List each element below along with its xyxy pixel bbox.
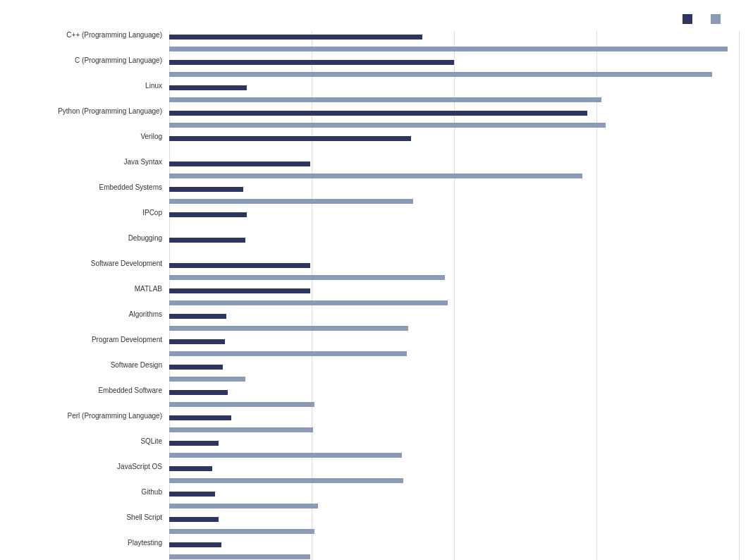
bar-label: JavaScript OS: [14, 463, 162, 471]
nvidia-bar: [169, 529, 314, 534]
nvidia-bar-row: [169, 94, 739, 105]
bar-label: Algorithms: [14, 310, 162, 319]
bar-row-pair: Software Development: [169, 260, 739, 283]
nvidia-bar-row: [169, 373, 739, 384]
amd-bar-row: [169, 31, 739, 42]
bar-label: Github: [14, 488, 162, 497]
amd-bar-row: [169, 158, 739, 169]
bar-label: Perl (Programming Language): [14, 412, 162, 420]
amd-bar-row: [169, 513, 739, 525]
amd-bar-row: [169, 539, 739, 550]
bar-row-pair: Embedded Systems: [169, 183, 739, 207]
nvidia-bar: [169, 199, 413, 204]
amd-bar-row: [169, 488, 739, 499]
amd-bar: [169, 111, 587, 116]
bar-row-pair: Software Design: [169, 361, 739, 384]
amd-bar: [169, 365, 223, 370]
amd-bar: [169, 339, 225, 344]
bar-label: Software Design: [14, 361, 162, 370]
amd-bar: [169, 466, 212, 471]
nvidia-bar-row: [169, 449, 739, 461]
nvidia-bar: [169, 478, 403, 483]
nvidia-bar: [169, 72, 712, 77]
bar-label: Program Development: [14, 336, 162, 344]
bar-row-pair: Java Syntax: [169, 158, 739, 181]
amd-bar: [169, 187, 243, 192]
bar-label: Playtesting: [14, 539, 162, 547]
nvidia-bar-row: [169, 297, 739, 308]
bar-row-pair: MATLAB: [169, 285, 739, 308]
amd-bar-row: [169, 107, 739, 118]
bar-row-pair: Github: [169, 488, 739, 511]
amd-bar-row: [169, 56, 739, 68]
bar-row-pair: C (Programming Language): [169, 56, 739, 80]
bar-label: Debugging: [14, 234, 162, 243]
bar-label: Shell Script: [14, 513, 162, 522]
amd-bar-row: [169, 437, 739, 449]
nvidia-bar-row: [169, 551, 739, 560]
bar-row-pair: Verilog: [169, 133, 739, 156]
nvidia-bar: [169, 554, 310, 559]
amd-bar-row: [169, 234, 739, 245]
amd-bar: [169, 85, 247, 90]
legend-nvidia: [711, 14, 725, 24]
grid-line: [739, 31, 740, 560]
nvidia-bar: [169, 402, 314, 407]
bar-row-pair: Embedded Software: [169, 386, 739, 410]
amd-bar-row: [169, 310, 739, 322]
bar-row-pair: SQLite: [169, 437, 739, 461]
nvidia-bar: [169, 326, 408, 331]
legend: [169, 14, 739, 24]
bar-label: Verilog: [14, 133, 162, 141]
nvidia-bar: [169, 47, 728, 51]
amd-bar: [169, 517, 219, 522]
nvidia-bar-row: [169, 195, 739, 207]
amd-bar: [169, 136, 411, 141]
nvidia-bar: [169, 453, 402, 458]
bar-row-pair: IPCop: [169, 209, 739, 232]
nvidia-bar: [169, 351, 407, 356]
bar-label: Embedded Software: [14, 386, 162, 395]
amd-bar-row: [169, 209, 739, 220]
nvidia-bar-row: [169, 398, 739, 410]
bar-row-pair: Perl (Programming Language): [169, 412, 739, 435]
amd-bar-row: [169, 336, 739, 347]
nvidia-bar-row: [169, 246, 739, 257]
bar-label: Python (Programming Language): [14, 107, 162, 116]
amd-bar: [169, 263, 310, 268]
bar-row-pair: Debugging: [169, 234, 739, 257]
bar-label: C (Programming Language): [14, 56, 162, 65]
amd-bar-row: [169, 260, 739, 271]
nvidia-bar-row: [169, 348, 739, 359]
amd-bar: [169, 441, 219, 446]
bar-label: C++ (Programming Language): [14, 31, 162, 39]
nvidia-bar-row: [169, 68, 739, 80]
amd-bar: [169, 314, 226, 319]
bar-label: SQLite: [14, 437, 162, 446]
nvidia-bar-row: [169, 525, 739, 537]
bar-row-pair: Python (Programming Language): [169, 107, 739, 130]
nvidia-bar: [169, 300, 448, 305]
nvidia-bar-row: [169, 43, 739, 54]
bar-row-pair: Shell Script: [169, 513, 739, 537]
amd-bar-row: [169, 183, 739, 195]
amd-bar-row: [169, 82, 739, 93]
chart-container: C++ (Programming Language)C (Programming…: [14, 14, 739, 560]
amd-bar-row: [169, 463, 739, 474]
chart-area: C++ (Programming Language)C (Programming…: [169, 31, 739, 560]
nvidia-bar-row: [169, 170, 739, 181]
amd-bar: [169, 390, 228, 395]
amd-bar-row: [169, 412, 739, 423]
bar-label: Linux: [14, 82, 162, 90]
nvidia-bar-row: [169, 119, 739, 130]
amd-bar: [169, 60, 454, 65]
nvidia-bar-row: [169, 272, 739, 283]
nvidia-bar: [169, 427, 313, 432]
bar-label: IPCop: [14, 209, 162, 217]
nvidia-bar-row: [169, 322, 739, 334]
nvidia-bar-row: [169, 500, 739, 511]
legend-amd: [682, 14, 697, 24]
bar-label: Embedded Systems: [14, 183, 162, 192]
amd-bar: [169, 288, 310, 293]
bar-row-pair: JavaScript OS: [169, 463, 739, 486]
